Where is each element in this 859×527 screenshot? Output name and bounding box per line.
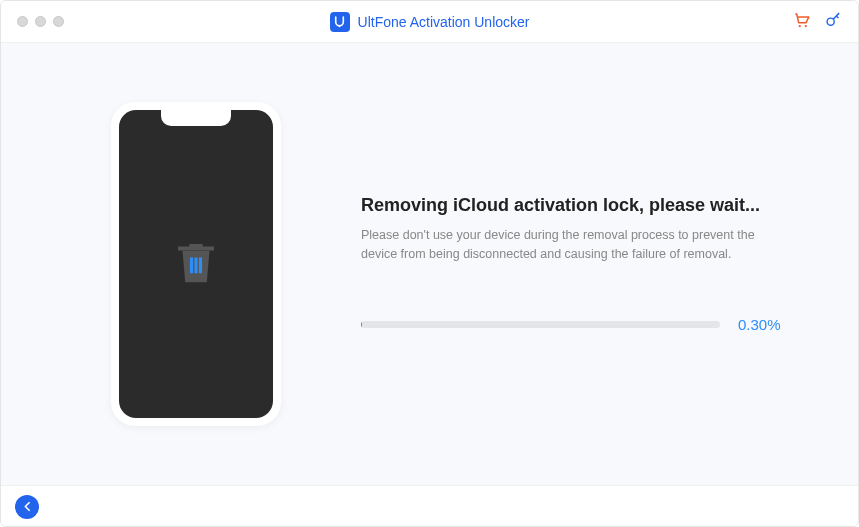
window-controls xyxy=(17,16,64,27)
svg-point-1 xyxy=(799,24,801,26)
progress-panel: Removing iCloud activation lock, please … xyxy=(361,195,808,334)
progress-bar xyxy=(361,321,720,328)
progress-fill xyxy=(361,321,362,328)
title-center: UltFone Activation Unlocker xyxy=(330,12,530,32)
trash-icon xyxy=(169,235,223,293)
key-icon[interactable] xyxy=(825,11,842,32)
svg-rect-4 xyxy=(190,258,193,274)
window-close-dot[interactable] xyxy=(17,16,28,27)
progress-percent: 0.30% xyxy=(738,316,788,333)
main-area: Removing iCloud activation lock, please … xyxy=(1,43,858,485)
app-logo-icon xyxy=(330,12,350,32)
heading: Removing iCloud activation lock, please … xyxy=(361,195,788,216)
svg-rect-5 xyxy=(194,258,197,274)
window-maximize-dot[interactable] xyxy=(53,16,64,27)
subtext: Please don't use your device during the … xyxy=(361,226,788,265)
back-button[interactable] xyxy=(15,495,39,519)
toolbar-right xyxy=(793,11,842,33)
footer xyxy=(1,485,858,527)
svg-rect-6 xyxy=(199,258,202,274)
phone-illustration xyxy=(111,102,281,426)
svg-point-0 xyxy=(339,26,341,28)
titlebar: UltFone Activation Unlocker xyxy=(1,1,858,43)
phone-notch xyxy=(161,110,231,126)
svg-point-3 xyxy=(827,18,834,25)
window-minimize-dot[interactable] xyxy=(35,16,46,27)
cart-icon[interactable] xyxy=(793,11,811,33)
app-title: UltFone Activation Unlocker xyxy=(358,14,530,30)
phone-screen xyxy=(119,110,273,418)
svg-point-2 xyxy=(805,24,807,26)
progress-row: 0.30% xyxy=(361,316,788,333)
